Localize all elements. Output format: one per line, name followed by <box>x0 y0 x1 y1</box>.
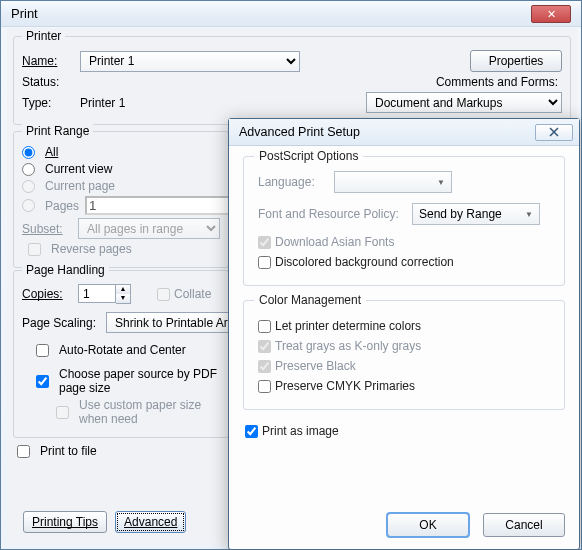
preserve-cmyk-label: Preserve CMYK Primaries <box>275 379 415 393</box>
collate-label: Collate <box>174 287 211 301</box>
print-range-group: Print Range All Current view Current pag… <box>13 131 229 268</box>
postscript-options-group: PostScript Options Language: ▼ Font and … <box>243 156 565 286</box>
download-asian-checkbox <box>258 236 271 249</box>
preserve-black-checkbox <box>258 360 271 373</box>
window-title: Print <box>11 6 38 21</box>
printing-tips-button[interactable]: Printing Tips <box>23 511 107 533</box>
download-asian-label: Download Asian Fonts <box>275 235 394 249</box>
preserve-black-label: Preserve Black <box>275 359 356 373</box>
printer-type-label: Type: <box>22 96 74 110</box>
range-pages-radio <box>22 199 35 212</box>
preserve-cmyk-checkbox[interactable] <box>258 380 271 393</box>
print-dialog: Print ✕ Printer Name: Printer 1 Properti… <box>0 0 582 550</box>
range-currentview-radio[interactable] <box>22 163 35 176</box>
let-printer-label: Let printer determine colors <box>275 319 421 333</box>
range-all-radio[interactable] <box>22 146 35 159</box>
advanced-print-setup-dialog: Advanced Print Setup PostScript Options … <box>228 118 580 550</box>
color-management-label: Color Management <box>254 293 366 307</box>
ok-button[interactable]: OK <box>387 513 469 537</box>
range-currentpage-radio <box>22 180 35 193</box>
language-combo: ▼ <box>334 171 452 193</box>
cancel-button[interactable]: Cancel <box>483 513 565 537</box>
comments-forms-combo[interactable]: Document and Markups <box>366 92 562 113</box>
printer-status-label: Status: <box>22 75 74 89</box>
subset-label: Subset: <box>22 222 72 236</box>
printer-name-label: Name: <box>22 54 74 68</box>
copies-label: Copies: <box>22 287 72 301</box>
range-all-label: All <box>45 145 58 159</box>
close-icon <box>548 127 560 137</box>
properties-button[interactable]: Properties <box>470 50 562 72</box>
printer-type-value: Printer 1 <box>80 96 125 110</box>
let-printer-checkbox[interactable] <box>258 320 271 333</box>
reverse-pages-label: Reverse pages <box>51 242 132 256</box>
subset-combo: All pages in range <box>78 218 220 239</box>
window-close-button[interactable]: ✕ <box>531 5 571 23</box>
collate-checkbox <box>157 288 170 301</box>
window-titlebar: Print ✕ <box>1 1 581 27</box>
print-to-file-label: Print to file <box>40 444 97 458</box>
range-pages-label: Pages <box>45 199 79 213</box>
comments-forms-label: Comments and Forms: <box>436 75 558 89</box>
print-as-image-label: Print as image <box>262 424 339 438</box>
auto-rotate-label: Auto-Rotate and Center <box>59 343 186 357</box>
modal-titlebar: Advanced Print Setup <box>229 119 579 146</box>
konly-label: Treat grays as K-only grays <box>275 339 421 353</box>
frp-label: Font and Resource Policy: <box>258 207 406 221</box>
modal-title: Advanced Print Setup <box>239 125 360 139</box>
print-as-image-checkbox[interactable] <box>245 425 258 438</box>
color-management-group: Color Management Let printer determine c… <box>243 300 565 410</box>
reverse-pages-checkbox <box>28 243 41 256</box>
custom-paper-checkbox <box>56 406 69 419</box>
advanced-button[interactable]: Advanced <box>115 511 186 533</box>
range-currentview-label: Current view <box>45 162 112 176</box>
printer-group: Printer Name: Printer 1 Properties Statu… <box>13 36 571 125</box>
frp-combo: Send by Range▼ <box>412 203 540 225</box>
modal-close-button[interactable] <box>535 124 573 141</box>
discolored-label: Discolored background correction <box>275 255 454 269</box>
spinner-up-icon[interactable]: ▲ <box>116 285 130 294</box>
custom-paper-label: Use custom paper size when need <box>79 398 220 426</box>
page-handling-label: Page Handling <box>22 263 109 277</box>
printer-name-combo[interactable]: Printer 1 <box>80 51 300 72</box>
discolored-checkbox[interactable] <box>258 256 271 269</box>
range-currentpage-label: Current page <box>45 179 115 193</box>
print-to-file-checkbox[interactable] <box>17 445 30 458</box>
choose-paper-checkbox[interactable] <box>36 375 49 388</box>
spinner-down-icon[interactable]: ▼ <box>116 294 130 303</box>
page-scaling-label: Page Scaling: <box>22 316 100 330</box>
printer-group-label: Printer <box>22 29 65 43</box>
copies-input[interactable] <box>78 284 116 303</box>
page-handling-group: Page Handling Copies: ▲▼ Collate Page Sc… <box>13 270 229 438</box>
konly-checkbox <box>258 340 271 353</box>
print-range-label: Print Range <box>22 124 93 138</box>
copies-spinner[interactable]: ▲▼ <box>78 284 131 304</box>
postscript-options-label: PostScript Options <box>254 149 363 163</box>
language-label: Language: <box>258 175 328 189</box>
auto-rotate-checkbox[interactable] <box>36 344 49 357</box>
choose-paper-label: Choose paper source by PDF page size <box>59 367 220 395</box>
